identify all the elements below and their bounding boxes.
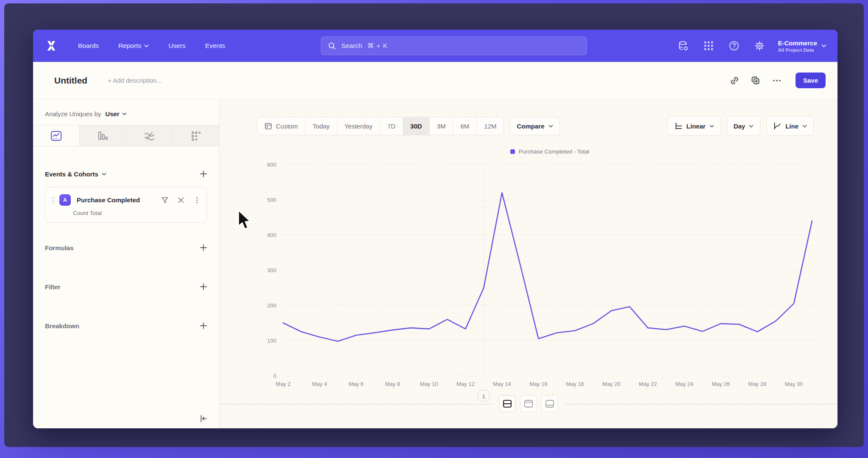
top-nav: Boards Reports Users Events Search ⌘ + K <box>33 30 837 62</box>
chart-toolbar: Custom Today Yesterday 7D 30D 3M 6M 12M … <box>257 116 814 136</box>
svg-text:May 18: May 18 <box>566 381 584 387</box>
layout-top-icon <box>524 399 533 408</box>
layout-bottom-button[interactable] <box>541 395 558 412</box>
event-letter-badge: A <box>59 194 71 206</box>
range-yesterday[interactable]: Yesterday <box>337 117 380 135</box>
project-switcher[interactable]: E-Commerce All Project Data <box>778 39 826 53</box>
formulas-section: Formulas <box>45 244 207 251</box>
tab-funnels[interactable] <box>80 126 126 146</box>
kebab-menu-icon[interactable] <box>193 196 201 204</box>
svg-text:May 8: May 8 <box>385 381 400 387</box>
chevron-down-icon <box>709 125 714 128</box>
chevron-down-icon <box>122 112 127 115</box>
events-cohorts-header[interactable]: Events & Cohorts <box>45 170 207 178</box>
nav-item-users[interactable]: Users <box>168 42 185 50</box>
tab-insights[interactable] <box>33 126 80 146</box>
flows-icon <box>144 131 155 141</box>
settings-gear-icon[interactable] <box>754 40 765 51</box>
event-name: Purchase Completed <box>77 196 140 204</box>
search-shortcut: ⌘ + K <box>367 42 388 50</box>
retention-dots-icon <box>191 131 202 141</box>
range-6m[interactable]: 6M <box>453 117 477 135</box>
svg-text:May 4: May 4 <box>312 381 327 387</box>
range-7d[interactable]: 7D <box>380 117 403 135</box>
svg-text:1: 1 <box>482 393 486 399</box>
add-event-button[interactable] <box>200 170 207 178</box>
report-type-tabs <box>33 125 219 146</box>
chart-legend: Purchase Completed - Total <box>283 148 816 155</box>
range-30d[interactable]: 30D <box>403 117 430 135</box>
tab-retention[interactable] <box>173 126 219 146</box>
tab-flows[interactable] <box>126 126 173 146</box>
compare-button[interactable]: Compare <box>510 117 559 135</box>
range-3m[interactable]: 3M <box>430 117 453 135</box>
report-header: Untitled + Add description... Save <box>33 62 837 99</box>
linear-axis-icon <box>674 122 683 130</box>
chevron-down-icon <box>548 125 553 128</box>
more-options-icon[interactable] <box>772 75 782 86</box>
remove-event-icon[interactable] <box>177 196 185 204</box>
search-icon <box>328 42 336 50</box>
scale-selector[interactable]: Linear <box>668 116 721 136</box>
layout-toggle-group <box>493 395 564 412</box>
apps-grid-icon[interactable] <box>703 40 714 51</box>
svg-text:May 10: May 10 <box>420 381 438 387</box>
interval-selector[interactable]: Day <box>727 116 761 136</box>
svg-text:May 16: May 16 <box>529 381 548 387</box>
report-title[interactable]: Untitled <box>54 75 87 86</box>
mixpanel-logo-icon[interactable] <box>44 39 58 52</box>
duplicate-icon[interactable] <box>751 75 761 86</box>
insights-chart-icon <box>50 131 62 141</box>
nav-item-boards[interactable]: Boards <box>78 42 99 50</box>
range-custom[interactable]: Custom <box>257 117 306 135</box>
layout-split-button[interactable] <box>499 395 516 412</box>
layout-top-button[interactable] <box>520 395 537 412</box>
collapse-sidebar-icon[interactable] <box>199 414 208 423</box>
app-window: Boards Reports Users Events Search ⌘ + K <box>33 30 837 428</box>
svg-text:May 26: May 26 <box>712 381 730 387</box>
range-12m[interactable]: 12M <box>477 117 504 135</box>
filter-funnel-icon[interactable] <box>161 196 169 204</box>
search-input[interactable]: Search ⌘ + K <box>321 36 587 55</box>
nav-item-events[interactable]: Events <box>205 42 225 50</box>
copy-link-icon[interactable] <box>729 75 740 86</box>
svg-text:100: 100 <box>267 338 276 344</box>
chart-type-selector[interactable]: Line <box>766 116 814 136</box>
svg-text:May 22: May 22 <box>639 381 657 387</box>
add-formula-button[interactable] <box>200 244 207 251</box>
range-today[interactable]: Today <box>306 117 337 135</box>
bar-chart-icon <box>97 131 108 141</box>
search-placeholder: Search <box>341 42 362 50</box>
event-measurement[interactable]: Count Total <box>73 210 201 216</box>
event-card[interactable]: A Purchase Completed <box>45 187 207 223</box>
nav-item-reports[interactable]: Reports <box>118 42 149 50</box>
chart-panel: Custom Today Yesterday 7D 30D 3M 6M 12M … <box>220 99 837 428</box>
chevron-down-icon <box>144 45 149 47</box>
svg-text:200: 200 <box>267 302 276 309</box>
chevron-down-icon <box>102 173 106 176</box>
drag-handle-icon[interactable] <box>51 197 55 204</box>
svg-text:May 30: May 30 <box>785 381 803 387</box>
date-range-control: Custom Today Yesterday 7D 30D 3M 6M 12M <box>257 117 504 135</box>
svg-text:600: 600 <box>267 162 276 168</box>
analyze-selector[interactable]: Analyze Uniques by User <box>45 110 207 117</box>
chevron-down-icon <box>821 44 826 47</box>
legend-series-label: Purchase Completed - Total <box>519 148 589 155</box>
add-description[interactable]: + Add description... <box>108 77 162 84</box>
filter-section: Filter <box>45 283 207 290</box>
svg-text:May 28: May 28 <box>748 381 767 387</box>
add-filter-button[interactable] <box>200 283 207 290</box>
add-breakdown-button[interactable] <box>200 322 207 330</box>
svg-text:May 12: May 12 <box>456 381 475 387</box>
data-management-icon[interactable] <box>678 40 689 51</box>
svg-text:May 24: May 24 <box>675 381 693 387</box>
chevron-down-icon <box>802 125 807 128</box>
line-chart-svg[interactable]: 0100200300400500600May 2May 4May 6May 8M… <box>220 159 837 413</box>
save-button[interactable]: Save <box>796 73 826 88</box>
query-sidebar: Analyze Uniques by User <box>33 99 220 428</box>
svg-text:300: 300 <box>267 267 276 274</box>
svg-text:May 2: May 2 <box>275 381 290 387</box>
help-icon[interactable] <box>729 40 740 51</box>
svg-text:400: 400 <box>267 232 276 238</box>
project-name: E-Commerce <box>778 39 817 47</box>
